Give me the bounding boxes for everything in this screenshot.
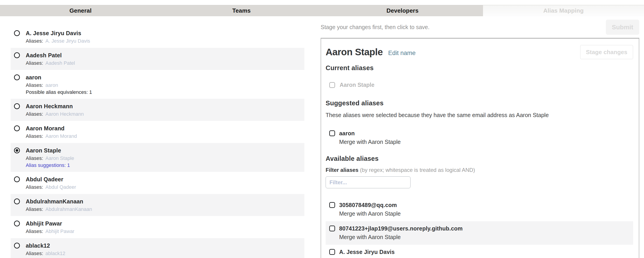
selected-developer-name: Aaron Staple <box>326 47 383 57</box>
list-item-ablack12[interactable]: ablack12 Aliases:ablack12 <box>10 238 304 258</box>
alias-name: 3058078489@qq.com <box>339 201 400 209</box>
developer-list: A. Jesse Jiryu Davis Aliases:A. Jesse Ji… <box>10 26 304 258</box>
developer-name: aaron <box>26 73 92 82</box>
developer-name: Aadesh Patel <box>26 51 75 59</box>
radio-unselected-icon[interactable] <box>14 30 20 36</box>
stage-changes-button[interactable]: Stage changes <box>580 45 633 59</box>
filter-aliases-label: Filter aliases (by regex; whitespace is … <box>326 167 633 173</box>
developer-name: Abhijit Pawar <box>26 219 74 228</box>
developer-name: AbdulrahmanKanaan <box>26 197 92 206</box>
radio-unselected-icon[interactable] <box>14 74 20 80</box>
available-alias-item[interactable]: 80741223+jlap199@users.noreply.github.co… <box>326 221 633 245</box>
current-alias-label: Aaron Staple <box>340 82 374 88</box>
possible-equivalences-note: Possible alias equivalences: 1 <box>26 89 92 96</box>
developer-name: Abdul Qadeer <box>26 175 76 184</box>
alias-value: Aaron Staple <box>46 155 74 161</box>
available-alias-item[interactable]: 3058078489@qq.com Merge with Aaron Stapl… <box>326 198 633 221</box>
current-alias-item: Aaron Staple <box>329 82 633 88</box>
current-aliases-heading: Current aliases <box>326 64 633 72</box>
tab-developers[interactable]: Developers <box>322 5 483 16</box>
list-item-aaron-morand[interactable]: Aaron Morand Aliases:Aaron Morand <box>10 121 304 143</box>
aliases-label: Aliases: <box>26 60 43 66</box>
tab-teams[interactable]: Teams <box>161 5 322 16</box>
suggested-alias-item[interactable]: aaron Merge with Aaron Staple <box>326 126 633 150</box>
radio-unselected-icon[interactable] <box>14 52 20 58</box>
radio-unselected-icon[interactable] <box>14 125 20 131</box>
alias-value: AbdulrahmanKanaan <box>46 206 92 212</box>
checkbox-unchecked-icon[interactable] <box>329 202 335 208</box>
filter-aliases-input[interactable] <box>326 176 410 188</box>
stage-save-header: Stage your changes first, then click to … <box>321 20 639 35</box>
aliases-label: Aliases: <box>26 82 43 88</box>
aliases-label: Aliases: <box>26 38 43 44</box>
aliases-label: Aliases: <box>26 155 43 161</box>
tab-general[interactable]: General <box>0 5 161 16</box>
edit-name-link[interactable]: Edit name <box>388 50 416 57</box>
checkbox-unchecked-icon[interactable] <box>329 249 335 255</box>
list-item-aaron-heckmann[interactable]: Aaron Heckmann Aliases:Aaron Heckmann <box>10 99 304 121</box>
alias-value: ablack12 <box>46 251 65 256</box>
list-item-aaron-staple-selected[interactable]: Aaron Staple Aliases:Aaron Staple Alias … <box>10 143 304 172</box>
developer-name: ablack12 <box>26 241 65 250</box>
alias-name: aaron <box>339 129 400 137</box>
developer-detail-panel: Aaron Staple Edit name Stage changes Cur… <box>321 38 639 258</box>
aliases-label: Aliases: <box>26 229 43 234</box>
radio-unselected-icon[interactable] <box>14 176 20 182</box>
developer-name: Aaron Staple <box>26 146 74 155</box>
alias-value: A. Jesse Jiryu Davis <box>46 38 90 44</box>
tab-bar: General Teams Developers Alias Mapping <box>0 5 644 16</box>
alias-value: aaron <box>46 82 58 88</box>
list-item-aadesh-patel[interactable]: Aadesh Patel Aliases:Aadesh Patel <box>10 48 304 70</box>
aliases-label: Aliases: <box>26 206 43 212</box>
alias-value: Abhijit Pawar <box>46 229 74 234</box>
aliases-label: Aliases: <box>26 251 43 256</box>
top-whitespace <box>0 0 644 5</box>
radio-unselected-icon[interactable] <box>14 103 20 109</box>
stage-instructions: Stage your changes first, then click to … <box>321 24 430 30</box>
list-item-abdulrahmankanaan[interactable]: AbdulrahmanKanaan Aliases:AbdulrahmanKan… <box>10 194 304 216</box>
list-item-a-jesse-jiryu-davis[interactable]: A. Jesse Jiryu Davis Aliases:A. Jesse Ji… <box>10 26 304 48</box>
available-alias-item[interactable]: A. Jesse Jiryu Davis Merge with Aaron St… <box>326 245 633 258</box>
alias-value: Aadesh Patel <box>46 60 75 66</box>
developer-name: Aaron Heckmann <box>26 102 84 110</box>
submit-button[interactable]: Submit <box>606 20 639 35</box>
developer-name: A. Jesse Jiryu Davis <box>26 29 90 37</box>
merge-note: Merge with Aaron Staple <box>339 137 400 146</box>
alias-value: Abdul Qadeer <box>46 184 76 190</box>
radio-unselected-icon[interactable] <box>14 199 20 204</box>
alias-value: Aaron Heckmann <box>46 111 84 117</box>
available-aliases-heading: Available aliases <box>326 155 633 162</box>
alias-suggestions-link[interactable]: Alias suggestions: 1 <box>26 162 74 169</box>
aliases-label: Aliases: <box>26 184 43 190</box>
list-item-abhijit-pawar[interactable]: Abhijit Pawar Aliases:Abhijit Pawar <box>10 216 304 238</box>
available-aliases-list: 3058078489@qq.com Merge with Aaron Stapl… <box>326 198 633 258</box>
aliases-label: Aliases: <box>26 111 43 117</box>
tab-alias-mapping[interactable]: Alias Mapping <box>483 5 644 16</box>
merge-note: Merge with Aaron Staple <box>339 209 400 218</box>
radio-selected-icon[interactable] <box>14 148 20 153</box>
main-content: A. Jesse Jiryu Davis Aliases:A. Jesse Ji… <box>0 16 644 258</box>
suggested-aliases-heading: Suggested aliases <box>326 99 633 107</box>
alias-value: Aaron Morand <box>46 133 77 139</box>
radio-unselected-icon[interactable] <box>14 243 20 249</box>
merge-note: Merge with Aaron Staple <box>339 256 400 258</box>
alias-name: 80741223+jlap199@users.noreply.github.co… <box>339 224 463 233</box>
checkbox-unchecked-icon[interactable] <box>329 130 335 136</box>
merge-note: Merge with Aaron Staple <box>339 233 463 242</box>
aliases-label: Aliases: <box>26 133 43 139</box>
checkbox-unchecked-icon[interactable] <box>329 226 335 231</box>
radio-unselected-icon[interactable] <box>14 221 20 227</box>
developer-name: Aaron Morand <box>26 124 77 133</box>
alias-name: A. Jesse Jiryu Davis <box>339 248 400 256</box>
alias-mapping-panel-area: Stage your changes first, then click to … <box>321 16 639 258</box>
list-item-aaron[interactable]: aaron Aliases:aaron Possible alias equiv… <box>10 70 304 99</box>
checkbox-disabled-icon <box>329 82 335 88</box>
suggested-aliases-description: These aliases were selected because they… <box>326 112 633 118</box>
list-item-abdul-qadeer[interactable]: Abdul Qadeer Aliases:Abdul Qadeer <box>10 172 304 194</box>
